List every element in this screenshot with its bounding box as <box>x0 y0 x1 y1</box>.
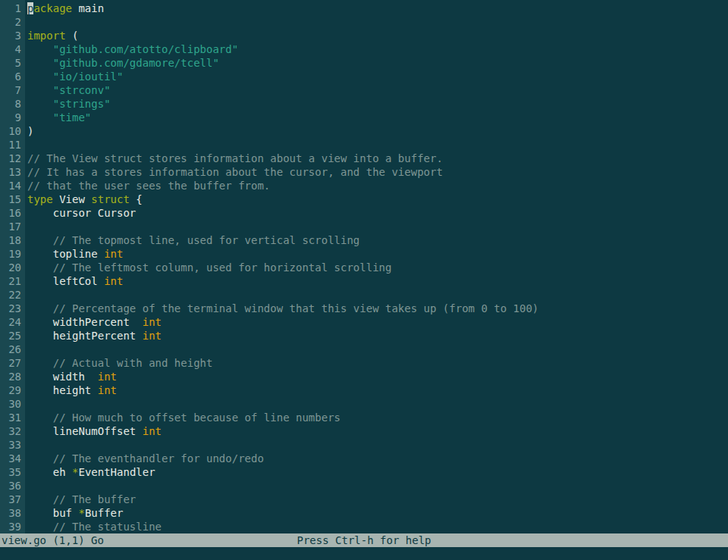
line-content: leftCol int <box>25 274 123 288</box>
code-token-com: // Percentage of the terminal window tha… <box>53 302 539 314</box>
line-number: 14 <box>0 179 25 192</box>
line-content: height int <box>25 383 117 397</box>
line-number: 23 <box>0 302 25 315</box>
code-line[interactable]: 38 buf *Buffer <box>0 506 728 520</box>
code-line[interactable]: 20 // The leftmost column, used for hori… <box>0 261 728 274</box>
line-number: 18 <box>0 233 25 247</box>
code-token-txt <box>27 43 53 55</box>
code-line[interactable]: 16 cursor Cursor <box>0 206 728 220</box>
line-number: 6 <box>0 70 25 83</box>
code-line[interactable]: 2 <box>0 15 728 29</box>
line-content: cursor Cursor <box>25 206 136 220</box>
code-line[interactable]: 11 <box>0 138 728 152</box>
code-token-com: // The statusline <box>53 521 162 533</box>
line-number: 31 <box>0 411 25 424</box>
code-line[interactable]: 24 widthPercent int <box>0 315 728 329</box>
code-token-txt: ) <box>27 125 33 137</box>
line-number: 33 <box>0 438 25 452</box>
code-token-txt <box>27 521 53 533</box>
code-line[interactable]: 13// It has a stores information about t… <box>0 165 728 179</box>
code-line[interactable]: 15type View struct { <box>0 192 728 206</box>
code-line[interactable]: 25 heightPercent int <box>0 329 728 343</box>
code-line[interactable]: 36 <box>0 479 728 493</box>
code-token-txt: buf <box>27 507 78 519</box>
line-number: 4 <box>0 42 25 56</box>
line-content: // Percentage of the terminal window tha… <box>25 302 538 315</box>
code-line[interactable]: 5 "github.com/gdamore/tcell" <box>0 56 728 70</box>
code-token-txt: main <box>72 2 104 14</box>
code-token-com: // It has a stores information about the… <box>27 166 443 178</box>
code-line[interactable]: 30 <box>0 397 728 411</box>
line-number: 12 <box>0 152 25 165</box>
line-content: // The statusline <box>25 520 162 533</box>
line-number: 16 <box>0 206 25 220</box>
code-token-txt: width <box>27 371 98 383</box>
line-content <box>25 397 27 411</box>
line-content <box>25 288 27 302</box>
line-content: type View struct { <box>25 192 143 206</box>
line-number: 5 <box>0 56 25 70</box>
line-content: heightPercent int <box>25 329 162 343</box>
code-token-txt <box>27 411 53 424</box>
code-line[interactable]: 21 leftCol int <box>0 274 728 288</box>
code-token-str: "github.com/gdamore/tcell" <box>53 57 219 69</box>
line-number: 26 <box>0 343 25 356</box>
code-token-typ: int <box>104 248 123 260</box>
line-number: 36 <box>0 479 25 493</box>
code-line[interactable]: 28 width int <box>0 370 728 383</box>
code-line[interactable]: 34 // The eventhandler for undo/redo <box>0 452 728 465</box>
code-line[interactable]: 26 <box>0 343 728 356</box>
code-line[interactable]: 1package main <box>0 2 728 15</box>
code-line[interactable]: 14// that the user sees the buffer from. <box>0 179 728 192</box>
code-token-kw: * <box>78 507 84 519</box>
code-token-str: "io/ioutil" <box>53 70 124 83</box>
code-line[interactable]: 39 // The statusline <box>0 520 728 533</box>
line-content: widthPercent int <box>25 315 162 329</box>
micro-editor-window: 1package main23import (4 "github.com/ato… <box>0 0 728 560</box>
code-line[interactable]: 12// The View struct stores information … <box>0 152 728 165</box>
line-content: // The topmost line, used for vertical s… <box>25 233 359 247</box>
code-token-com: // that the user sees the buffer from. <box>27 180 270 192</box>
line-number: 34 <box>0 452 25 465</box>
code-token-typ: int <box>143 330 162 342</box>
code-line[interactable]: 6 "io/ioutil" <box>0 70 728 83</box>
line-number: 2 <box>0 15 25 29</box>
code-line[interactable]: 4 "github.com/atotto/clipboard" <box>0 42 728 56</box>
code-line[interactable]: 9 "time" <box>0 111 728 124</box>
line-number: 22 <box>0 288 25 302</box>
code-line[interactable]: 33 <box>0 438 728 452</box>
code-token-txt <box>27 57 53 69</box>
line-content: width int <box>25 370 117 383</box>
code-line[interactable]: 18 // The topmost line, used for vertica… <box>0 233 728 247</box>
line-number: 32 <box>0 424 25 438</box>
code-line[interactable]: 10) <box>0 124 728 138</box>
code-line[interactable]: 7 "strconv" <box>0 83 728 97</box>
line-content <box>25 479 27 493</box>
line-content: "io/ioutil" <box>25 70 123 83</box>
code-line[interactable]: 35 eh *EventHandler <box>0 465 728 479</box>
code-buffer[interactable]: 1package main23import (4 "github.com/ato… <box>0 0 728 533</box>
code-line[interactable]: 22 <box>0 288 728 302</box>
code-line[interactable]: 23 // Percentage of the terminal window … <box>0 302 728 315</box>
line-content: topline int <box>25 247 123 261</box>
line-content: import ( <box>25 29 78 42</box>
code-line[interactable]: 31 // How much to offset because of line… <box>0 411 728 424</box>
code-token-txt <box>27 234 53 246</box>
code-line[interactable]: 19 topline int <box>0 247 728 261</box>
code-token-txt <box>27 84 53 96</box>
code-line[interactable]: 37 // The buffer <box>0 493 728 506</box>
code-line[interactable]: 32 lineNumOffset int <box>0 424 728 438</box>
line-number: 1 <box>0 2 25 15</box>
code-line[interactable]: 17 <box>0 220 728 233</box>
line-content: "strconv" <box>25 83 111 97</box>
code-token-str: "github.com/atotto/clipboard" <box>53 43 238 55</box>
code-token-com: // How much to offset because of line nu… <box>53 411 340 424</box>
line-number: 39 <box>0 520 25 533</box>
line-content: // The View struct stores information ab… <box>25 152 443 165</box>
code-line[interactable]: 8 "strings" <box>0 97 728 111</box>
code-line[interactable]: 3import ( <box>0 29 728 42</box>
code-line[interactable]: 27 // Actual with and height <box>0 356 728 370</box>
code-token-txt <box>27 302 53 314</box>
code-token-kw: type <box>27 193 53 205</box>
code-line[interactable]: 29 height int <box>0 383 728 397</box>
